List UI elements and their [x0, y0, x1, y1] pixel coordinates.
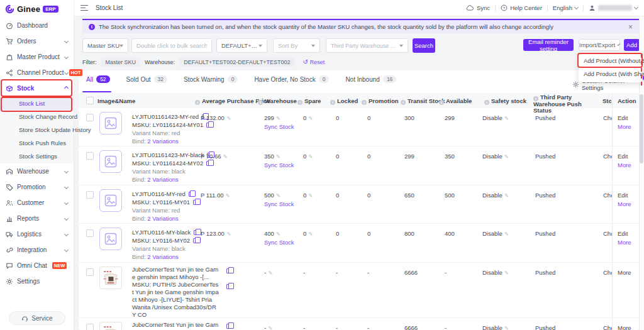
sidebar-item-promotion[interactable]: Promotion: [0, 179, 74, 195]
product-photo-tshirt[interactable]: [99, 267, 122, 289]
sync-stock-link[interactable]: Sync Stock: [264, 239, 294, 246]
variations-link[interactable]: 2 Variations: [147, 215, 178, 222]
cell-price[interactable]: P 70.66: [201, 153, 228, 160]
sync-stock-link[interactable]: Sync Stock: [264, 162, 294, 168]
sidebar-subitem-stock-push-rules[interactable]: Stock Push Rules: [0, 136, 74, 150]
import-export-button[interactable]: Import/Export: [579, 39, 620, 51]
copy-icon[interactable]: [194, 230, 198, 235]
warehouse-select[interactable]: DEFAULT+TEST0...: [216, 38, 267, 53]
row-checkbox[interactable]: [86, 191, 94, 199]
cell-transit-stock[interactable]: 800: [404, 230, 414, 237]
edit-link[interactable]: Edit: [618, 153, 628, 160]
menu-item-add-with-shelf[interactable]: Add Product (With Shelf): [579, 67, 643, 80]
bulk-search-input[interactable]: [131, 38, 212, 53]
tab-stock-warning[interactable]: Stock Warning 0: [184, 75, 238, 83]
push-status-select[interactable]: Third Party Warehouse Push Status: [326, 38, 408, 53]
menu-item-add-without-shelf[interactable]: Add Product (Without Shelf): [579, 54, 643, 67]
cell-warehouse[interactable]: 350: [264, 153, 280, 160]
cell-transit-stock[interactable]: 650: [404, 192, 414, 199]
row-checkbox[interactable]: [86, 268, 94, 276]
close-icon[interactable]: [628, 23, 633, 31]
cell-safety-stock[interactable]: Disable: [482, 324, 509, 330]
sidebar-item-channel-product[interactable]: Channel Product HOT: [0, 65, 74, 80]
cell-locked[interactable]: 0: [336, 192, 339, 199]
more-link[interactable]: More: [618, 239, 631, 246]
cell-warehouse[interactable]: 500: [264, 192, 280, 199]
search-button[interactable]: Search: [413, 38, 435, 53]
user-menu[interactable]: [589, 4, 638, 11]
brand-logo[interactable]: Ginee ERP: [0, 0, 74, 18]
more-link[interactable]: More: [618, 269, 631, 276]
more-link[interactable]: More: [618, 123, 631, 130]
add-button[interactable]: Add: [624, 39, 640, 51]
row-checkbox[interactable]: [86, 114, 94, 121]
sidebar-item-stock[interactable]: Stock: [0, 80, 74, 96]
cell-safety-stock[interactable]: Disable: [482, 230, 509, 237]
sidebar-item-customer[interactable]: Customer: [0, 195, 74, 211]
help-center-button[interactable]: ? Help Center: [501, 4, 542, 11]
sidebar-item-orders[interactable]: Orders: [0, 33, 74, 49]
cell-warehouse[interactable]: 299: [264, 114, 280, 121]
cell-locked[interactable]: 0: [336, 230, 339, 237]
cell-locked[interactable]: -: [336, 324, 338, 330]
cell-store-link[interactable]: Che: [603, 230, 612, 237]
cell-price[interactable]: P 123.00: [201, 230, 231, 237]
copy-icon[interactable]: [206, 161, 211, 166]
cell-transit-stock[interactable]: 300: [404, 114, 414, 121]
product-image-placeholder[interactable]: [99, 112, 122, 135]
language-select[interactable]: English: [553, 4, 578, 11]
cell-safety-stock[interactable]: Disable: [482, 269, 509, 276]
collapse-sidebar-icon[interactable]: [80, 5, 88, 11]
cell-locked[interactable]: 0: [336, 153, 339, 160]
copy-icon[interactable]: [226, 284, 231, 289]
variations-link[interactable]: 2 Variations: [147, 176, 178, 183]
sidebar-item-integration[interactable]: Integration: [0, 242, 74, 258]
sidebar-subitem-stock-settings[interactable]: Stock Settings: [0, 150, 74, 163]
cell-transit-stock[interactable]: 6666: [404, 269, 418, 276]
sidebar-item-settings[interactable]: Settings: [0, 273, 74, 289]
cell-price[interactable]: P 132.00: [201, 114, 231, 121]
cell-store-link[interactable]: Che: [603, 153, 612, 160]
tab-have-order-no-stock[interactable]: Have Order, No Stock 0: [254, 75, 329, 83]
cell-safety-stock[interactable]: Disable: [482, 114, 509, 121]
tab-sold-out[interactable]: Sold Out 32: [126, 75, 167, 83]
sidebar-item-reports[interactable]: Reports: [0, 211, 74, 226]
copy-icon[interactable]: [206, 123, 211, 128]
select-all-checkbox[interactable]: [86, 97, 94, 104]
product-name[interactable]: LYJITU01161423-MY-red: [132, 113, 199, 120]
row-checkbox[interactable]: [86, 229, 94, 237]
product-photo-tshirt[interactable]: [99, 322, 122, 330]
sidebar-item-dashboard[interactable]: Dashboard: [0, 18, 74, 33]
cell-transit-stock[interactable]: 6666: [404, 324, 418, 330]
row-checkbox[interactable]: [86, 152, 94, 160]
row-checkbox[interactable]: [86, 324, 94, 330]
tab-all[interactable]: All 52: [86, 75, 110, 83]
vertical-scrollbar-thumb[interactable]: [640, 94, 643, 163]
cell-safety-stock[interactable]: Disable: [482, 153, 509, 160]
cell-spare[interactable]: 0: [303, 153, 313, 160]
cell-store-link[interactable]: Che: [603, 324, 612, 330]
sidebar-item-master-product[interactable]: Master Product: [0, 49, 74, 65]
cell-locked[interactable]: -: [336, 269, 338, 276]
service-button[interactable]: Service: [9, 311, 65, 325]
edit-link[interactable]: Edit: [618, 114, 628, 121]
product-name[interactable]: LYJITU0116-MY-red: [132, 190, 186, 197]
more-link[interactable]: More: [618, 162, 631, 168]
cell-price[interactable]: P 111.00: [201, 192, 230, 199]
cell-store-link[interactable]: Che: [603, 269, 612, 276]
sync-stock-link[interactable]: Sync Stock: [264, 123, 294, 130]
cell-warehouse[interactable]: 400: [264, 230, 280, 237]
product-image-placeholder[interactable]: [99, 150, 122, 173]
tab-not-inbound[interactable]: Not Inbound 16: [345, 75, 396, 83]
sidebar-subitem-store-stock-update-history[interactable]: Store Stock Update History: [0, 123, 74, 136]
cell-warehouse[interactable]: -: [264, 269, 272, 276]
reset-filters-button[interactable]: Reset: [303, 58, 325, 65]
edit-link[interactable]: Edit: [618, 230, 628, 237]
product-image-placeholder[interactable]: [99, 189, 122, 212]
edit-link[interactable]: Edit: [618, 192, 628, 199]
sidebar-item-logistics[interactable]: Logistics: [0, 226, 74, 242]
sync-stock-link[interactable]: Sync Stock: [264, 201, 294, 207]
cell-spare[interactable]: 0: [303, 114, 313, 121]
variations-link[interactable]: 2 Variations: [147, 138, 178, 145]
cell-transit-stock[interactable]: 299: [404, 153, 414, 160]
